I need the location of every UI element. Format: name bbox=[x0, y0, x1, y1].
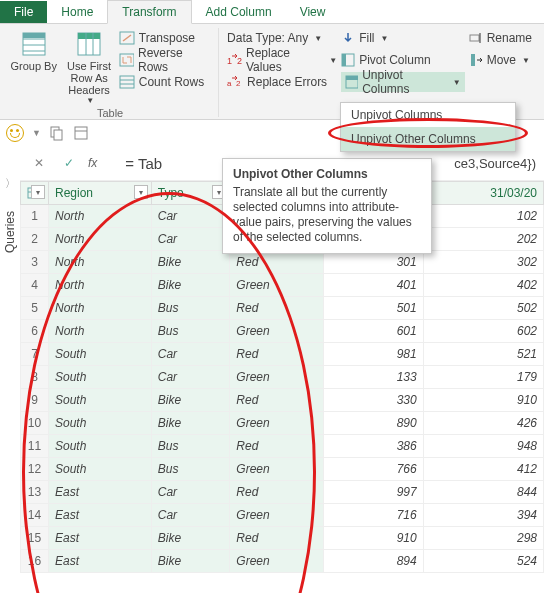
cell-type[interactable]: Bus bbox=[151, 458, 230, 481]
cell-type[interactable]: Bus bbox=[151, 297, 230, 320]
cell-type[interactable]: Bus bbox=[151, 320, 230, 343]
cell-type[interactable]: Car bbox=[151, 228, 230, 251]
table-row[interactable]: 15EastBikeRed910298 bbox=[21, 527, 544, 550]
cell-region[interactable]: North bbox=[49, 320, 152, 343]
cell-type[interactable]: Bike bbox=[151, 251, 230, 274]
table-row[interactable]: 6NorthBusGreen601602 bbox=[21, 320, 544, 343]
first-row-headers-button[interactable]: Use First Row As Headers ▼ bbox=[63, 28, 114, 105]
cell-value2[interactable]: 202 bbox=[423, 228, 543, 251]
cell-colour[interactable]: Red bbox=[230, 481, 323, 504]
cell-region[interactable]: South bbox=[49, 458, 152, 481]
cell-colour[interactable]: Red bbox=[230, 527, 323, 550]
cell-value2[interactable]: 179 bbox=[423, 366, 543, 389]
replace-values-button[interactable]: 12 Replace Values ▼ bbox=[227, 50, 337, 70]
menu-unpivot-columns[interactable]: Unpivot Columns bbox=[341, 103, 515, 127]
cell-value1[interactable]: 501 bbox=[323, 297, 423, 320]
cell-region[interactable]: North bbox=[49, 297, 152, 320]
cell-region[interactable]: East bbox=[49, 527, 152, 550]
cell-value2[interactable]: 412 bbox=[423, 458, 543, 481]
table-row[interactable]: 12SouthBusGreen766412 bbox=[21, 458, 544, 481]
cell-type[interactable]: Bus bbox=[151, 435, 230, 458]
cell-value1[interactable]: 910 bbox=[323, 527, 423, 550]
col-region[interactable]: Region▾ bbox=[49, 182, 152, 205]
cell-value1[interactable]: 401 bbox=[323, 274, 423, 297]
cell-region[interactable]: East bbox=[49, 504, 152, 527]
cell-colour[interactable]: Green bbox=[230, 504, 323, 527]
queries-pane-collapsed[interactable]: 〉 Queries bbox=[0, 146, 20, 589]
table-row[interactable]: 7SouthCarRed981521 bbox=[21, 343, 544, 366]
cell-value1[interactable]: 716 bbox=[323, 504, 423, 527]
cell-region[interactable]: North bbox=[49, 205, 152, 228]
cell-type[interactable]: Car bbox=[151, 205, 230, 228]
cell-type[interactable]: Bike bbox=[151, 550, 230, 573]
cell-value2[interactable]: 402 bbox=[423, 274, 543, 297]
cell-colour[interactable]: Green bbox=[230, 320, 323, 343]
cell-region[interactable]: South bbox=[49, 343, 152, 366]
cell-value1[interactable]: 997 bbox=[323, 481, 423, 504]
move-button[interactable]: Move ▼ bbox=[469, 50, 532, 70]
table-row[interactable]: 4NorthBikeGreen401402 bbox=[21, 274, 544, 297]
table-row[interactable]: 8SouthCarGreen133179 bbox=[21, 366, 544, 389]
cell-colour[interactable]: Green bbox=[230, 412, 323, 435]
group-by-button[interactable]: Group By bbox=[8, 28, 59, 105]
tab-transform[interactable]: Transform bbox=[107, 0, 191, 24]
cell-value2[interactable]: 521 bbox=[423, 343, 543, 366]
fill-button[interactable]: Fill ▼ bbox=[341, 28, 464, 48]
tab-add-column[interactable]: Add Column bbox=[192, 1, 286, 23]
table-row[interactable]: 10SouthBikeGreen890426 bbox=[21, 412, 544, 435]
cell-value2[interactable]: 298 bbox=[423, 527, 543, 550]
filter-icon[interactable]: ▾ bbox=[134, 185, 148, 199]
tab-view[interactable]: View bbox=[286, 1, 340, 23]
cell-colour[interactable]: Red bbox=[230, 435, 323, 458]
cell-region[interactable]: North bbox=[49, 251, 152, 274]
tab-home[interactable]: Home bbox=[47, 1, 107, 23]
cell-value1[interactable]: 386 bbox=[323, 435, 423, 458]
cell-colour[interactable]: Red bbox=[230, 389, 323, 412]
query-icon[interactable] bbox=[49, 125, 65, 141]
cell-value1[interactable]: 133 bbox=[323, 366, 423, 389]
transpose-button[interactable]: Transpose bbox=[119, 28, 212, 48]
data-type-button[interactable]: Data Type: Any ▼ bbox=[227, 28, 337, 48]
cell-type[interactable]: Bike bbox=[151, 274, 230, 297]
cell-colour[interactable]: Green bbox=[230, 458, 323, 481]
tab-file[interactable]: File bbox=[0, 1, 47, 23]
filter-icon[interactable]: ▾ bbox=[31, 185, 45, 199]
cell-region[interactable]: North bbox=[49, 228, 152, 251]
rename-button[interactable]: Rename bbox=[469, 28, 532, 48]
table-row[interactable]: 14EastCarGreen716394 bbox=[21, 504, 544, 527]
cell-value2[interactable]: 602 bbox=[423, 320, 543, 343]
cell-value1[interactable]: 601 bbox=[323, 320, 423, 343]
cell-value2[interactable]: 102 bbox=[423, 205, 543, 228]
cell-value2[interactable]: 910 bbox=[423, 389, 543, 412]
cell-value1[interactable]: 894 bbox=[323, 550, 423, 573]
cell-type[interactable]: Car bbox=[151, 481, 230, 504]
table-row[interactable]: 5NorthBusRed501502 bbox=[21, 297, 544, 320]
cancel-button[interactable]: ✕ bbox=[28, 152, 50, 174]
cell-region[interactable]: South bbox=[49, 412, 152, 435]
replace-errors-button[interactable]: a2 Replace Errors bbox=[227, 72, 337, 92]
cell-value2[interactable]: 426 bbox=[423, 412, 543, 435]
cell-type[interactable]: Bike bbox=[151, 389, 230, 412]
cell-type[interactable]: Car bbox=[151, 504, 230, 527]
menu-unpivot-other-columns[interactable]: Unpivot Other Columns bbox=[341, 127, 515, 151]
table-row[interactable]: 9SouthBikeRed330910 bbox=[21, 389, 544, 412]
cell-region[interactable]: East bbox=[49, 550, 152, 573]
cell-region[interactable]: South bbox=[49, 389, 152, 412]
properties-icon[interactable] bbox=[73, 125, 89, 141]
count-rows-button[interactable]: Count Rows bbox=[119, 72, 212, 92]
cell-region[interactable]: South bbox=[49, 366, 152, 389]
cell-region[interactable]: South bbox=[49, 435, 152, 458]
expand-handle-icon[interactable]: 〉 bbox=[5, 176, 16, 191]
cell-value1[interactable]: 766 bbox=[323, 458, 423, 481]
cell-value2[interactable]: 394 bbox=[423, 504, 543, 527]
fx-icon[interactable]: fx bbox=[88, 156, 97, 170]
pivot-column-button[interactable]: Pivot Column bbox=[341, 50, 464, 70]
cell-type[interactable]: Car bbox=[151, 343, 230, 366]
cell-colour[interactable]: Green bbox=[230, 550, 323, 573]
cell-colour[interactable]: Green bbox=[230, 366, 323, 389]
cell-value2[interactable]: 502 bbox=[423, 297, 543, 320]
cell-region[interactable]: North bbox=[49, 274, 152, 297]
cell-value1[interactable]: 981 bbox=[323, 343, 423, 366]
unpivot-columns-button[interactable]: Unpivot Columns ▼ bbox=[341, 72, 464, 92]
cell-value1[interactable]: 890 bbox=[323, 412, 423, 435]
